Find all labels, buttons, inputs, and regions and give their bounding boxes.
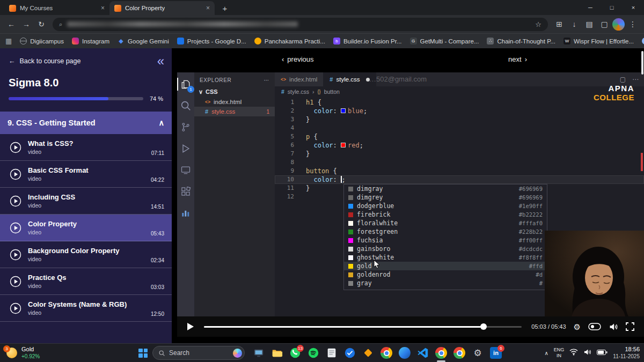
suggestion-item[interactable]: green (344, 287, 547, 290)
video-progress-bar[interactable] (204, 326, 522, 328)
breadcrumb[interactable]: # style.css › {} button (275, 86, 644, 97)
spotify-icon[interactable] (304, 344, 323, 362)
suggestion-item[interactable]: dimgray#696969 (344, 184, 547, 193)
settings-gear-icon[interactable]: ⚙ (574, 323, 581, 331)
run-debug-icon[interactable] (179, 142, 192, 155)
chrome-icon[interactable] (377, 344, 396, 362)
lesson-item[interactable]: Color Propertyvideo05:43 (0, 215, 172, 241)
chrome-icon[interactable] (432, 344, 450, 362)
collapse-sidebar-icon[interactable]: « (157, 56, 166, 66)
extensions-icon[interactable]: ⊞ (552, 17, 566, 31)
suggestion-item[interactable]: dodgerblue#1e90ff (344, 202, 547, 210)
wifi-icon[interactable] (569, 348, 578, 358)
taskbar-search[interactable]: Search (152, 346, 245, 360)
window-maximize-button[interactable]: □ (601, 0, 623, 15)
code-line[interactable]: 3} (275, 115, 644, 124)
reading-list-icon[interactable]: ▤ (582, 17, 596, 31)
fullscreen-icon[interactable] (626, 322, 634, 331)
diamond-app-icon[interactable] (359, 344, 377, 362)
code-line[interactable]: 4 (275, 124, 644, 132)
bookmark-item[interactable]: Digiicampus (20, 38, 64, 45)
code-line[interactable]: 7} (275, 150, 644, 158)
volume-icon[interactable] (609, 323, 618, 331)
notepad-icon[interactable] (323, 344, 341, 362)
suggestion-item[interactable]: dimgrey#696969 (344, 193, 547, 202)
bookmark-item[interactable]: Instagram (72, 38, 109, 45)
file-style-css[interactable]: # style.css 1 (194, 107, 275, 116)
bookmark-item[interactable]: ∴Chain-of-Thought P... (487, 38, 555, 45)
tab-close-icon[interactable]: × (101, 5, 105, 11)
editor-tab-style-css[interactable]: # style.css (324, 72, 376, 86)
editor-tab-index-html[interactable]: <> index.html (275, 72, 324, 86)
bookmark-item[interactable]: bBuilder.io Fusion Pr... (333, 38, 402, 45)
tab-close-icon[interactable]: × (206, 5, 210, 11)
section-header[interactable]: 9. CSS - Getting Started ∧ (0, 112, 172, 134)
ambient-toggle-icon[interactable] (588, 323, 601, 330)
suggestion-item[interactable]: forestgreen#228b22 (344, 227, 547, 236)
code-line[interactable]: 1h1 { (275, 98, 644, 107)
start-button[interactable] (138, 349, 148, 358)
tray-chevron-icon[interactable]: ∧ (544, 350, 548, 356)
bookmark-item[interactable]: WWispr Flow | Effortle... (564, 38, 634, 45)
profile-avatar[interactable] (612, 18, 625, 31)
suggestion-item[interactable]: fuchsia#ff00ff (344, 236, 547, 245)
edge-icon[interactable] (396, 344, 414, 362)
lesson-item[interactable]: Including CSSvideo14:51 (0, 188, 172, 215)
file-index-html[interactable]: <> index.html (194, 97, 275, 107)
suggestion-item[interactable]: goldenrod#d (344, 270, 547, 279)
search-icon[interactable] (179, 99, 192, 112)
next-button[interactable]: next › (508, 55, 527, 63)
play-button[interactable] (187, 322, 194, 331)
language-indicator[interactable]: ENG IN (554, 347, 565, 359)
code-line[interactable]: 8 (275, 158, 644, 167)
browser-menu-icon[interactable]: ⋮ (626, 17, 640, 31)
chrome-icon[interactable] (450, 344, 469, 362)
suggestion-item[interactable]: gainsboro#dcdcdc (344, 245, 547, 253)
extensions-icon[interactable] (179, 185, 192, 198)
battery-icon[interactable] (597, 348, 608, 358)
back-button[interactable]: ← (4, 17, 18, 31)
suggestion-item[interactable]: floralwhite#fffaf0 (344, 219, 547, 227)
window-close-button[interactable]: × (623, 0, 644, 15)
clock[interactable]: 18:56 11-11-2025 (613, 346, 640, 360)
reload-button[interactable]: ↻ (34, 17, 48, 31)
forward-button[interactable]: → (19, 17, 33, 31)
lesson-item[interactable]: Basic CSS Formatvideo04:22 (0, 161, 172, 188)
code-line[interactable]: 6 color: red; (275, 141, 644, 150)
window-minimize-button[interactable]: ─ (580, 0, 601, 15)
linkedin-icon[interactable]: in6 (487, 344, 505, 362)
apps-grid-icon[interactable]: ▦ (5, 37, 12, 45)
code-line[interactable]: 10 color: ; (275, 175, 644, 184)
source-control-icon[interactable] (179, 121, 192, 134)
editor-more-icon[interactable]: ⋯ (632, 76, 639, 83)
bookmark-item[interactable]: Projects - Google D... (177, 38, 246, 45)
code-line[interactable]: 2 color: blue; (275, 107, 644, 115)
system-monitor-icon[interactable] (250, 344, 268, 362)
file-explorer-icon[interactable] (268, 344, 286, 362)
folder-css[interactable]: ∨ CSS (194, 87, 275, 97)
code-line[interactable]: 9button { (275, 167, 644, 175)
browser-scrollbar-thumb[interactable] (641, 51, 643, 75)
suggestion-item[interactable]: firebrick#b22222 (344, 210, 547, 219)
video-progress-knob[interactable] (480, 323, 487, 330)
vscode-icon[interactable] (414, 344, 432, 362)
lesson-item[interactable]: Color Systems (Name & RGB)video12:50 (0, 295, 172, 322)
new-tab-button[interactable]: + (219, 2, 231, 14)
bookmark-item[interactable]: ◆Google Gemini (118, 38, 169, 45)
side-panel-icon[interactable]: ▢ (597, 17, 611, 31)
files-explorer-icon[interactable]: 1 (179, 78, 192, 91)
explorer-more-icon[interactable]: ⋯ (264, 77, 269, 83)
bookmark-item[interactable]: EEmily (642, 38, 644, 45)
bookmark-item[interactable]: Panchakarma Practi... (254, 38, 325, 45)
code-line[interactable]: 5p { (275, 132, 644, 141)
volume-icon[interactable] (583, 348, 591, 358)
remote-explorer-icon[interactable] (179, 164, 192, 176)
suggestion-item[interactable]: gray# (344, 279, 547, 287)
previous-button[interactable]: ‹ previous (282, 55, 313, 63)
downloads-icon[interactable]: ↓ (567, 17, 581, 31)
back-to-course-link[interactable]: ← Back to course page (9, 57, 80, 65)
settings-icon[interactable]: ⚙ (469, 344, 487, 362)
bookmark-item[interactable]: GGetMulti - Compare... (410, 38, 479, 45)
whatsapp-icon[interactable]: 13 (286, 344, 304, 362)
bookmark-star-icon[interactable]: ☆ (535, 20, 541, 28)
